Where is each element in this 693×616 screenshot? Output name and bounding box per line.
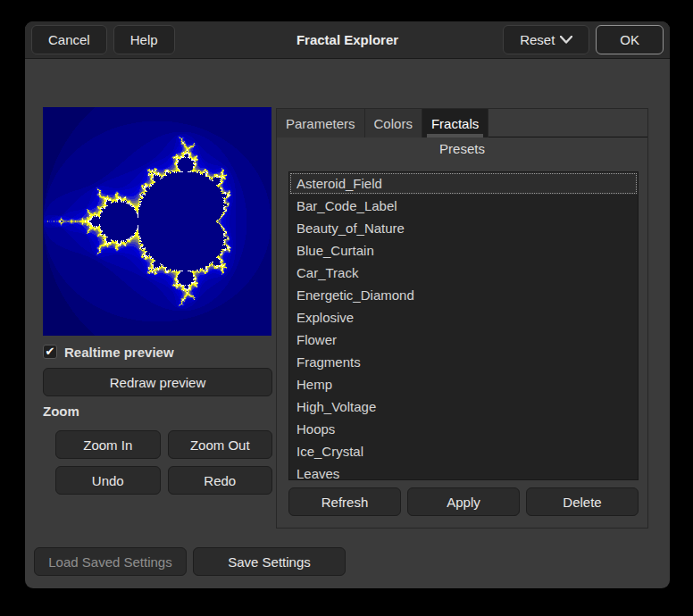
chevron-down-icon [560,36,572,44]
reset-dropdown-button[interactable]: Reset [503,25,589,54]
list-item[interactable]: Hemp [289,373,638,395]
presets-list[interactable]: Asteroid_FieldBar_Code_LabelBeauty_of_Na… [288,171,639,480]
list-item[interactable]: Leaves [289,462,638,480]
save-settings-button[interactable]: Save Settings [193,547,346,576]
settings-file-buttons: Load Saved Settings Save Settings [34,547,346,576]
redraw-preview-button[interactable]: Redraw preview [43,368,272,396]
header-right-actions: Reset OK [503,25,664,54]
zoom-section-label: Zoom [43,404,79,419]
apply-button[interactable]: Apply [407,487,520,516]
list-item[interactable]: Ice_Crystal [289,440,638,462]
zoom-out-button[interactable]: Zoom Out [168,430,273,459]
delete-button[interactable]: Delete [526,487,639,516]
list-item[interactable]: Energetic_Diamond [289,284,638,306]
tab-fractals[interactable]: Fractals [422,109,488,137]
list-item[interactable]: Explosive [289,306,638,329]
settings-notebook: ParametersColorsFractals Presets Asteroi… [276,108,648,529]
list-item[interactable]: Bar_Code_Label [289,195,638,217]
list-item[interactable]: Blue_Curtain [289,239,638,262]
realtime-preview-label: Realtime preview [64,345,174,360]
help-button[interactable]: Help [113,25,175,54]
reset-label: Reset [520,32,555,47]
list-item[interactable]: Hoops [289,418,638,440]
header-left-actions: Cancel Help [31,25,175,54]
tab-bar: ParametersColorsFractals [277,109,647,137]
list-item[interactable]: Car_Track [289,262,638,284]
list-item[interactable]: Beauty_of_Nature [289,217,638,239]
tab-parameters[interactable]: Parameters [277,109,365,137]
list-item[interactable]: Asteroid_Field [289,172,638,195]
undo-button[interactable]: Undo [55,466,161,495]
realtime-preview-row: ✔ Realtime preview [43,343,174,361]
redo-button[interactable]: Redo [168,466,273,495]
load-saved-settings-button[interactable]: Load Saved Settings [34,547,187,576]
realtime-preview-checkbox[interactable]: ✔ [43,345,57,359]
zoom-in-button[interactable]: Zoom In [55,430,161,459]
dialog-header: Cancel Help Fractal Explorer Reset OK [25,21,670,59]
preset-action-buttons: Refresh Apply Delete [288,487,639,516]
cancel-button[interactable]: Cancel [31,25,107,54]
ok-button[interactable]: OK [596,25,664,54]
fractal-preview-image [43,107,271,336]
refresh-button[interactable]: Refresh [288,487,401,516]
presets-section-label: Presets [277,141,647,156]
list-item[interactable]: Flower [289,329,638,351]
list-item[interactable]: High_Voltage [289,395,638,418]
tab-colors[interactable]: Colors [365,109,422,137]
fractal-explorer-dialog: Cancel Help Fractal Explorer Reset OK ✔ … [25,21,670,588]
zoom-buttons: Zoom In Zoom Out Undo Redo [55,430,272,495]
list-item[interactable]: Fragments [289,351,638,373]
